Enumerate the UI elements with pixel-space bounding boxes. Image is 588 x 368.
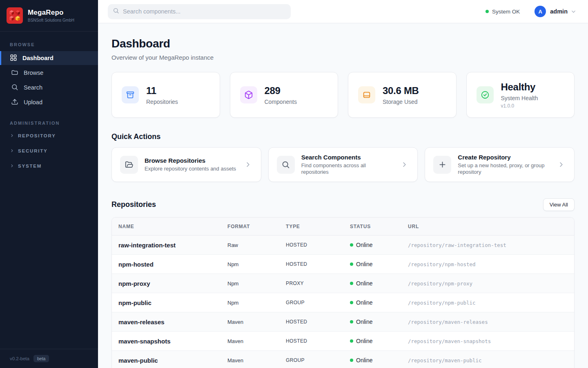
repo-format: Npm [227, 300, 286, 306]
repo-url: /repository/maven-snapshots [408, 338, 568, 344]
version-text: v0.2-beta [10, 356, 29, 361]
user-name[interactable]: admin [550, 8, 568, 15]
repo-type: GROUP [286, 300, 350, 305]
archive-icon [122, 86, 139, 103]
sidebar-item-system[interactable]: SYSTEM [0, 160, 98, 172]
chevron-right-icon [557, 161, 565, 168]
global-search[interactable] [108, 4, 291, 19]
beta-badge: beta [33, 355, 49, 362]
sidebar-item-label: Browse [24, 70, 43, 76]
table-row[interactable]: npm-public Npm GROUP Online /repository/… [112, 293, 574, 312]
column-header-type: TYPE [286, 224, 350, 229]
chevron-down-icon[interactable] [570, 9, 577, 15]
repo-url: /repository/raw-integration-test [408, 242, 568, 248]
stat-card-health: Healthy System Health v1.0.0 [466, 72, 575, 118]
stat-value: 289 [265, 85, 297, 96]
quick-action-browse-repositories[interactable]: Browse Repositories Explore repository c… [111, 147, 261, 182]
column-header-name: NAME [118, 224, 227, 229]
table-row[interactable]: maven-releases Maven HOSTED Online /repo… [112, 312, 574, 332]
system-status-label: System OK [492, 9, 520, 15]
sidebar-item-label: Dashboard [22, 55, 53, 61]
page-title: Dashboard [111, 37, 575, 50]
table-row[interactable]: npm-proxy Npm PROXY Online /repository/n… [112, 274, 574, 293]
repo-format: Raw [227, 242, 286, 248]
quick-action-create-repository[interactable]: Create Repository Set up a new hosted, p… [425, 147, 575, 182]
sidebar-item-repository[interactable]: REPOSITORY [0, 130, 98, 142]
view-all-button[interactable]: View All [543, 198, 575, 211]
quick-actions-heading: Quick Actions [111, 132, 575, 141]
column-header-format: FORMAT [227, 224, 286, 229]
repo-status: Online [350, 357, 408, 364]
sidebar-item-dashboard[interactable]: Dashboard [0, 51, 98, 65]
sidebar: MegaRepo BSNSoft Solutions GmbH BROWSE D… [0, 0, 98, 368]
stat-label: Repositories [146, 99, 178, 105]
search-icon [11, 83, 18, 92]
status-dot [350, 359, 353, 362]
status-dot [350, 243, 353, 247]
repo-url: /repository/npm-public [408, 300, 568, 306]
repo-name: npm-public [118, 299, 227, 306]
stat-card-components: 289 Components [230, 72, 339, 118]
table-row[interactable]: maven-snapshots Maven HOSTED Online /rep… [112, 332, 574, 351]
sidebar-item-label: Upload [24, 99, 42, 105]
stats-grid: 11 Repositories 289 Components 30.6 MB [111, 72, 575, 118]
status-dot [486, 10, 489, 13]
sidebar-item-upload[interactable]: Upload [0, 95, 98, 109]
status-dot [350, 339, 353, 343]
search-input[interactable] [123, 8, 286, 15]
brand-name: MegaRepo [28, 9, 74, 17]
dashboard-content: Dashboard Overview of your MegaRepo inst… [98, 23, 588, 368]
sidebar-item-label: Search [24, 84, 42, 91]
table-row[interactable]: maven-public Maven GROUP Online /reposit… [112, 351, 574, 368]
repo-type: HOSTED [286, 338, 350, 344]
stat-label: Components [265, 99, 297, 105]
folder-icon [11, 69, 18, 77]
repo-format: Maven [227, 319, 286, 325]
avatar[interactable]: A [535, 6, 546, 17]
stat-value: Healthy [501, 81, 538, 93]
chevron-right-icon [401, 161, 408, 168]
repo-name: npm-proxy [118, 280, 227, 287]
brand-logo-icon [7, 7, 23, 24]
upload-icon [11, 98, 18, 107]
sidebar-item-browse[interactable]: Browse [0, 66, 98, 80]
repo-type: HOSTED [286, 261, 350, 267]
check-circle-icon [477, 86, 494, 103]
stat-value: 11 [146, 85, 178, 96]
chevron-right-icon [10, 164, 14, 169]
box-icon [240, 86, 257, 103]
folder-open-icon [120, 156, 138, 174]
repo-url: /repository/npm-hosted [408, 261, 568, 267]
repo-format: Npm [227, 261, 286, 267]
quick-action-subtitle: Find components across all repositories [301, 162, 394, 176]
repositories-table: NAME FORMAT TYPE STATUS URL raw-integrat… [111, 217, 575, 368]
repo-url: /repository/maven-releases [408, 319, 568, 325]
topbar-right: System OK A admin [486, 6, 577, 17]
browse-section-label: BROWSE [0, 31, 98, 51]
sidebar-item-search[interactable]: Search [0, 81, 98, 94]
chevron-right-icon [10, 148, 14, 154]
repositories-header: Repositories View All [111, 198, 575, 211]
repo-type: HOSTED [286, 319, 350, 325]
system-status: System OK [486, 9, 520, 15]
quick-action-search-components[interactable]: Search Components Find components across… [268, 147, 418, 182]
repo-url: /repository/maven-public [408, 357, 568, 364]
repo-status: Online [350, 299, 408, 306]
status-dot [350, 301, 353, 304]
repo-name: npm-hosted [118, 261, 227, 268]
quick-action-title: Search Components [301, 154, 394, 161]
table-row[interactable]: raw-integration-test Raw HOSTED Online /… [112, 236, 574, 255]
repo-status: Online [350, 242, 408, 248]
repo-type: PROXY [286, 280, 350, 286]
stat-card-storage: 30.6 MB Storage Used [348, 72, 457, 118]
repo-format: Maven [227, 338, 286, 344]
stat-card-repositories: 11 Repositories [111, 72, 220, 118]
status-dot [350, 263, 353, 266]
table-row[interactable]: npm-hosted Npm HOSTED Online /repository… [112, 255, 574, 274]
stat-value: 30.6 MB [383, 85, 419, 96]
repo-type: GROUP [286, 357, 350, 363]
main-area: System OK A admin Dashboard Overview of … [98, 0, 588, 368]
brand-header: MegaRepo BSNSoft Solutions GmbH [0, 0, 98, 31]
chevron-right-icon [10, 133, 14, 139]
sidebar-item-security[interactable]: SECURITY [0, 145, 98, 157]
